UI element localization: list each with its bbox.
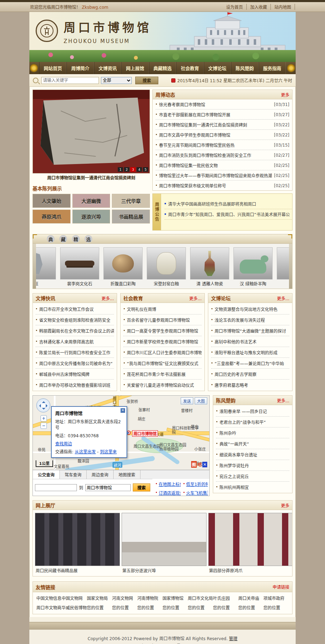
list-item[interactable]: 唐李府君墓志略考 [211,380,289,390]
gallery-photo[interactable]: 第五部分逐波兴埠 [122,513,207,575]
collection-item[interactable]: 汪 [32,247,56,287]
list-item[interactable]: 周口市川汇区人口计生委参观周口市博物馆 [123,347,202,358]
slideshow-caption[interactable]: 周口市博物馆征集到一通清代江南会馆捐资碑刻 [32,174,150,181]
map-ad-link[interactable]: 低至1折的特价机票 [183,481,208,487]
gallery-photo-image[interactable] [122,513,207,566]
collection-item-image[interactable] [190,247,229,279]
nav-item[interactable]: 社会教育 [176,62,203,74]
list-item[interactable]: 陈爱兰局长一行到周口市检查安全工作 [36,347,114,358]
friend-link[interactable]: 中国文物信息网 [36,595,62,601]
topbar-link[interactable]: 设为首页 [223,4,247,10]
news-item[interactable]: 博物馆里过大年——春节期间周口市博物馆迎来观众参观热潮 [02/25] [156,170,289,181]
list-item[interactable]: 吉林通化客人来周祭拜高志航 [36,336,114,347]
friend-link[interactable]: 叶氏庄园 [213,595,238,601]
list-item[interactable]: 文物资源整合与突出地方文化特色 [211,304,289,314]
list-item[interactable]: 淮阳春来早 ——回乡日记 [216,406,289,417]
list-item[interactable]: 关爱留守儿童走进市博物馆启动仪式 [123,380,202,390]
friend-link[interactable]: 您的位置 [238,604,263,610]
list-item[interactable]: 莲花杯周口市青少年书法摄影展 [123,369,202,380]
collection-item[interactable]: 清 透雕人物瓷 [190,247,229,287]
slideshow-page-button[interactable]: 5 [143,167,148,172]
map-ad-link[interactable]: 在地图上标位置 [155,481,180,487]
notice-item[interactable]: 清华大学中国画高研班师生作品展即将亮相周口 2015年01月15日 [165,199,292,209]
collection-item-image[interactable] [32,247,56,279]
zoom-in-button[interactable]: + [41,415,47,422]
friend-link[interactable]: 周口市文物商店 [36,604,62,610]
gallery-photo[interactable]: 周口民间藏书画精品展 [35,513,120,575]
nav-item[interactable]: 文博论坛 [204,62,231,74]
friend-link[interactable]: 您的位置 [112,604,137,610]
collection-item[interactable]: 折腹直口彩陶 [103,247,143,287]
map-send-button[interactable]: 发送 [181,397,193,404]
list-item[interactable]: 百余名留守儿童参观周口市博物馆 [123,314,202,325]
list-item[interactable]: 陈州杭州两相宜 [216,482,289,492]
slideshow-page-button[interactable]: 4 [137,167,142,172]
exhibit-tile[interactable]: 莽原鸿爪 [32,210,71,224]
list-item[interactable]: 陈州杂吟 [216,427,289,438]
news-item[interactable]: 周口市消防支队到周口市博物馆检查消防安全工作 [02/27] [156,150,289,160]
list-item[interactable]: 淮阳平粮台遗址与豫东文明的形成 [211,347,289,358]
topbar-link[interactable]: 加入收藏 [247,4,271,10]
map-marker-label[interactable]: 周口市博物馆 [132,430,158,437]
list-item[interactable]: 细说商水章华台遗址 [216,449,289,460]
apply-link[interactable]: 申请链接 [273,584,289,590]
friend-link[interactable]: 河南博物院 [137,595,162,601]
list-item[interactable]: 周口中原古文化传播有限公司被命名为“ [36,358,114,369]
list-item[interactable]: 郸城县中州古床博物馆揭牌 [36,369,114,380]
list-item[interactable]: 文明礼仪在周博 [123,304,202,314]
friend-link[interactable]: 您的位置 [87,604,112,610]
map-ad-link[interactable]: 订酒店返现金 [155,490,180,496]
map-tab[interactable]: 驾车查询 [60,470,87,479]
slideshow-page-button[interactable]: 1 [118,167,123,172]
search-category-select[interactable]: 全部 [101,77,132,84]
slideshow[interactable]: 12345 [32,90,150,174]
gallery-photo-image[interactable] [35,513,120,566]
close-icon[interactable]: ✕ [121,408,125,413]
map-pan-control[interactable] [36,398,50,412]
route-from-link[interactable]: 从这里出发 [75,450,96,454]
list-item[interactable]: 陈州梦华说牡丹 [216,460,289,471]
friend-link[interactable]: 国家文物局 [87,595,112,601]
list-item[interactable]: 高钊中和他的书法艺术 [211,336,289,347]
customs-more-link[interactable]: 更多... [277,397,289,403]
friend-link[interactable]: 国家博物馆 [162,595,188,601]
collection-item[interactable]: 裴李岗文化石 [60,247,99,287]
map-tab[interactable]: 公交查询 [33,470,60,479]
collection-item-image[interactable] [147,247,186,279]
gallery-photo[interactable]: 第四部分莽原鸿爪 [208,513,292,575]
list-item[interactable]: 典故“一画开天” [216,438,289,449]
list-item[interactable]: “我与周口市博物馆”征文比赛颁奖仪式 [123,358,202,369]
nav-item[interactable]: 服务指南 [259,62,286,74]
exhibit-tile[interactable]: 三代华章 [112,194,150,208]
nav-item[interactable]: 周博简介 [66,62,94,74]
gallery-more-link[interactable]: 更多 [281,502,289,508]
gallery-photo-image[interactable] [208,513,292,566]
nav-item[interactable]: 文博资讯 [94,62,121,74]
search-button[interactable]: 搜索 [135,77,158,84]
list-item[interactable]: 韩丽霞副局长在全市文物工作会议上的讲 [36,325,114,336]
exhibit-tile[interactable]: 大道幽微 [72,194,110,208]
news-item[interactable]: 周口市博物馆征集一批民俗文物 [02/25] [156,160,289,170]
map-origin-input[interactable] [35,484,77,491]
nav-item[interactable]: 网站首页 [39,62,66,74]
column-more-link[interactable]: 更多... [277,295,289,301]
map-canvas[interactable]: 张贺桥希望小区张寨村曾楼村胡庄薛庄周口科技职业学院建设大道周口大道文昌大道周口文… [33,396,209,470]
exhibit-tile[interactable]: 逐浪兴埠 [72,210,110,224]
list-item[interactable]: 周口一高夏令营学生参观周口市博物馆 [123,325,202,336]
news-item[interactable]: 春节至元宵节期间周口市博物馆里民俗热 [03/15] [156,140,289,150]
list-item[interactable]: 周口市召开全市文物工作会议 [36,304,114,314]
map-bigmap-button[interactable]: 大图 [195,397,207,404]
search-input[interactable] [41,77,99,84]
exhibit-tile[interactable]: 书画精品展 [112,210,150,224]
friend-link[interactable]: 周口市文化局 [188,595,213,601]
topbar-link[interactable]: 站内地图 [271,4,295,10]
notice-item[interactable]: 周口市青少年“知我周口、爱我周口、兴我周口”书法美术展开幕公 2014年04月2… [165,209,292,220]
list-item[interactable]: 浅论玉衣的发展与消失过程 [211,314,289,325]
friend-link[interactable]: 您的位置 [137,604,162,610]
friend-link[interactable]: 河南文物网 [112,595,137,601]
map-tab[interactable]: 周边查询 [87,470,114,479]
list-item[interactable]: 周口市新星学校师生参观周口市博物馆 [123,336,202,347]
nav-item[interactable]: 陈风楚韵 [231,62,258,74]
friend-link[interactable]: 项城市政府 [263,595,289,601]
collection-item[interactable]: 汉 绿釉卧羊陶 [233,247,273,287]
